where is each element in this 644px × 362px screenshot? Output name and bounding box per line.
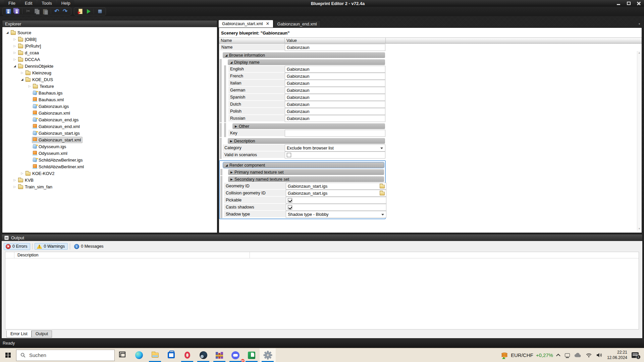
property-value[interactable]: Gabionzaun [285, 87, 385, 94]
tree-node-selected[interactable]: Gabionzaun_start.xml [32, 137, 83, 143]
wifi-icon[interactable] [586, 353, 592, 358]
expanded-arrow-icon[interactable]: ◢ [230, 61, 232, 64]
stop-button[interactable] [96, 8, 104, 15]
property-value[interactable]: Gabionzaun [285, 108, 385, 115]
error-filter-button[interactable]: 0 Errors [4, 243, 30, 250]
notification-center-icon[interactable]: 1 [632, 352, 639, 358]
taskbar-blueprint-editor-button[interactable] [260, 348, 276, 362]
undo-button[interactable] [53, 8, 61, 15]
property-value[interactable]: Exclude from browser list [285, 144, 385, 152]
taskbar-steam-button[interactable] [195, 348, 211, 362]
tree-item[interactable]: Gabionzaun_start.xml [2, 136, 217, 143]
group-primary-named-texture-set[interactable]: ▶Primary named texture set [228, 169, 384, 175]
tree-item[interactable]: ▷Train_sim_fan [2, 183, 217, 190]
collapsed-arrow-icon[interactable]: ▷ [12, 44, 17, 48]
tree-node[interactable]: Bauhaus.xml [32, 97, 65, 103]
cut-button[interactable] [25, 8, 32, 15]
property-value[interactable] [285, 152, 385, 159]
property-value[interactable] [286, 197, 386, 204]
tree-item[interactable]: Odysseum.igs [2, 143, 217, 150]
collapsed-arrow-icon[interactable]: ▷ [27, 84, 32, 88]
start-button[interactable] [0, 348, 16, 362]
currency-ticker[interactable]: EUR/CHF +0,27% [501, 352, 553, 358]
collapsed-arrow-icon[interactable]: ▷ [20, 71, 24, 74]
property-value[interactable]: Gabionzaun_start.igs [286, 190, 386, 197]
tree-item[interactable]: ▷DCCAA [2, 56, 217, 63]
tree-node[interactable]: Gabionzaun_end.igs [32, 117, 80, 123]
tree-item[interactable]: ▷Texture [2, 83, 217, 89]
collapse-output-icon[interactable] [4, 236, 9, 240]
scroll-up-icon[interactable]: ▲ [638, 51, 641, 54]
tree-item[interactable]: Bauhaus.xml [2, 96, 217, 103]
menu-tools[interactable]: Tools [37, 0, 56, 7]
property-value[interactable]: Gabionzaun [285, 115, 385, 122]
tree-node[interactable]: Bauhaus.igs [32, 90, 64, 96]
collapsed-arrow-icon[interactable]: ▷ [12, 38, 17, 41]
bottom-tab-error-list[interactable]: Error List [6, 330, 32, 338]
collapsed-arrow-icon[interactable]: ▷ [20, 172, 24, 175]
group-secondary-named-texture-set[interactable]: ▶Secondary named texture set [228, 176, 384, 182]
tree-item[interactable]: Gabionzaun_end.xml [2, 123, 217, 130]
copy-button[interactable] [33, 8, 41, 15]
save-all-button[interactable] [13, 8, 20, 15]
tree-item[interactable]: ▷[OBB] [2, 36, 217, 43]
tree-item[interactable]: ▷KOE-KOV2 [2, 170, 217, 177]
collapsed-arrow-icon[interactable]: ▶ [230, 178, 233, 181]
collapsed-arrow-icon[interactable]: ▶ [230, 171, 233, 174]
tree-node[interactable]: d_ccaa [17, 50, 41, 56]
build-button[interactable] [76, 8, 84, 15]
tab-close-icon[interactable]: ✕ [266, 22, 270, 25]
group-description[interactable]: ▶Description [228, 138, 385, 144]
taskbar-discord-button[interactable]: 9+ [227, 348, 244, 362]
tree-item[interactable]: SchildAbzwBerliner.igs [2, 157, 217, 163]
tray-expand-icon[interactable] [556, 354, 560, 358]
tree-node[interactable]: Gabionzaun.igs [32, 103, 70, 110]
bottom-tab-output[interactable]: Output [32, 330, 52, 338]
property-value[interactable]: Gabionzaun_start.igs [286, 183, 386, 190]
tree-node[interactable]: DennisObjekte [17, 63, 55, 69]
tree-item[interactable]: SchildAbzwBerliner.xml [2, 163, 217, 170]
property-value[interactable] [286, 204, 386, 211]
tree-node[interactable]: KOE-KOV2 [24, 170, 56, 177]
browse-folder-icon[interactable] [380, 192, 385, 195]
minimize-button[interactable] [616, 1, 621, 6]
property-value[interactable]: Shadow type - Blobby [286, 211, 386, 218]
tree-item[interactable]: Gabionzaun.igs [2, 103, 217, 110]
tree-node[interactable]: Gabionzaun_end.xml [32, 123, 82, 130]
checkbox-checked[interactable] [288, 205, 292, 209]
tree-item[interactable]: ▷Kleinzeug [2, 69, 217, 76]
collapsed-arrow-icon[interactable]: ▷ [12, 185, 17, 188]
menu-edit[interactable]: Edit [20, 0, 37, 7]
tree-item[interactable]: ▷KVB [2, 177, 217, 183]
redo-button[interactable] [62, 8, 69, 15]
tree-item[interactable]: Odysseum.xml [2, 150, 217, 157]
tab-gabionzaun-start-xml[interactable]: Gabionzaun_start.xml✕ [219, 20, 273, 27]
grid-column-name[interactable]: Name [219, 38, 285, 43]
taskbar-store-button[interactable] [163, 348, 179, 362]
tree-node[interactable]: Gabionzaun_start.igs [32, 130, 82, 136]
volume-icon[interactable] [596, 353, 603, 358]
scroll-down-icon[interactable]: ▼ [638, 227, 641, 230]
tree-item[interactable]: ◢DennisObjekte [2, 63, 217, 69]
browse-folder-icon[interactable] [380, 185, 385, 188]
tree-node[interactable]: [OBB] [17, 36, 38, 43]
tree-item[interactable]: ◢KOE_DUS [2, 76, 217, 83]
output-column-description[interactable]: Description [14, 252, 250, 258]
tree-item[interactable]: Gabionzaun_start.igs [2, 130, 217, 136]
run-button[interactable] [85, 8, 92, 15]
menu-help[interactable]: Help [57, 0, 75, 7]
tree-node[interactable]: SchildAbzwBerliner.xml [32, 164, 86, 170]
warning-filter-button[interactable]: 0 Warnings [35, 243, 68, 250]
expanded-arrow-icon[interactable]: ◢ [12, 64, 17, 68]
property-value[interactable]: Gabionzaun [285, 73, 385, 80]
dropdown-arrow-icon[interactable] [380, 147, 383, 149]
taskbar-libreoffice-button[interactable] [244, 348, 260, 362]
collapsed-arrow-icon[interactable]: ▷ [12, 51, 17, 54]
search-box[interactable] [16, 350, 115, 361]
taskbar-edge-button[interactable] [131, 348, 147, 362]
expanded-arrow-icon[interactable]: ◢ [225, 54, 227, 57]
dropdown-arrow-icon[interactable] [381, 214, 384, 216]
tree-node[interactable]: Gabionzaun.xml [32, 110, 72, 116]
tree-node[interactable]: KOE_DUS [24, 76, 55, 83]
tree-node[interactable]: KVB [17, 177, 35, 183]
